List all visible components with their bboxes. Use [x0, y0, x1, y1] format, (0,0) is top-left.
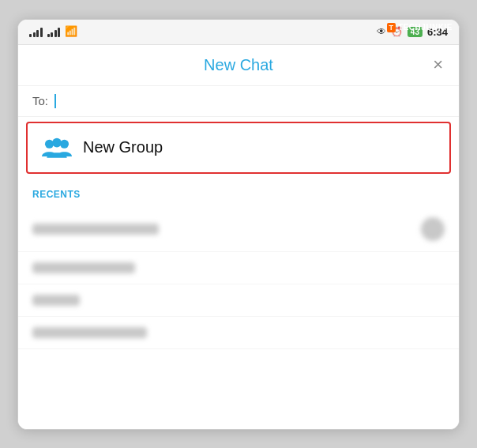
new-group-label: New Group	[83, 138, 163, 156]
recents-section: RECENTS	[18, 179, 459, 204]
contact-name-blur	[32, 295, 80, 306]
status-left: 📶	[29, 26, 77, 37]
page-title: New Chat	[204, 56, 273, 74]
to-label: To:	[32, 94, 48, 107]
watermark-badge: T	[387, 23, 396, 32]
contact-name-blur	[32, 327, 147, 338]
contact-avatar	[421, 217, 445, 241]
contact-name-blur	[32, 224, 159, 235]
watermark-text: TECHJUNKIE	[398, 23, 453, 32]
phone-frame: T TECHJUNKIE 📶 👁 ⏰ 43 6	[17, 19, 460, 430]
contact-item-3[interactable]	[18, 284, 459, 317]
eye-icon: 👁	[377, 26, 386, 37]
new-group-button[interactable]: New Group	[26, 122, 451, 174]
recents-label: RECENTS	[32, 189, 81, 200]
watermark: T TECHJUNKIE	[387, 23, 453, 32]
to-field[interactable]: To:	[18, 86, 459, 117]
contact-item-4[interactable]	[18, 317, 459, 349]
contact-item-1[interactable]	[18, 207, 459, 252]
signal-icon-2	[47, 26, 61, 37]
contact-item-2[interactable]	[18, 252, 459, 284]
signal-icon-1	[29, 26, 43, 37]
header: New Chat ×	[18, 45, 459, 86]
contact-name-blur	[32, 262, 135, 273]
svg-point-2	[52, 137, 62, 147]
text-cursor	[54, 94, 56, 108]
wifi-icon: 📶	[65, 26, 77, 37]
close-button[interactable]: ×	[433, 56, 443, 73]
contact-list	[18, 204, 459, 429]
main-content: New Chat × To:	[18, 45, 459, 429]
group-icon	[42, 133, 72, 163]
